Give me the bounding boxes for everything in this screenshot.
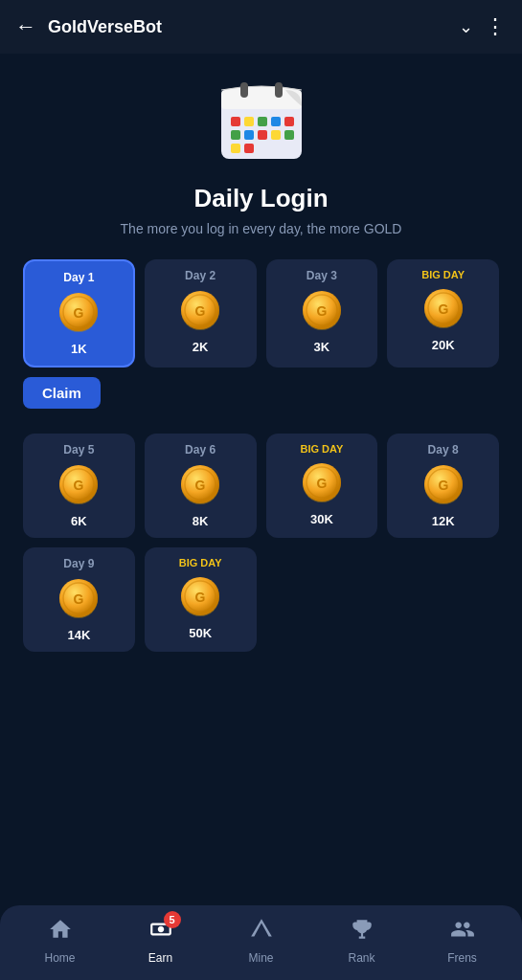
claim-button[interactable]: Claim — [23, 377, 101, 409]
day-card-5[interactable]: Day 5 G 6K — [23, 434, 135, 538]
svg-text:G: G — [74, 305, 84, 321]
nav-label-rank: Rank — [348, 951, 374, 965]
nav-item-home[interactable]: Home — [32, 917, 89, 965]
home-icon — [48, 921, 73, 947]
svg-text:G: G — [195, 303, 206, 319]
day-card-8[interactable]: Day 8 G 12K — [387, 434, 499, 538]
nav-badge-earn: 5 — [164, 911, 181, 928]
chevron-down-icon[interactable]: ⌄ — [459, 16, 473, 37]
bottom-navigation: Home 5 Earn Mine Rank — [0, 905, 522, 980]
nav-item-frens[interactable]: Frens — [434, 917, 491, 965]
days-row-2: Day 5 G 6K Day 6 G — [23, 434, 499, 538]
svg-rect-4 — [231, 117, 240, 126]
svg-rect-2 — [240, 82, 248, 98]
days-row-1: Day 1 G 1K Day 2 G — [23, 259, 499, 368]
svg-text:G: G — [316, 303, 327, 319]
svg-rect-9 — [231, 130, 240, 140]
day-card-9[interactable]: Day 9 G 14K — [23, 547, 135, 652]
svg-rect-5 — [244, 117, 254, 126]
nav-label-earn: Earn — [148, 951, 172, 965]
day-card-3[interactable]: Day 3 G 3K — [266, 259, 378, 368]
nav-label-home: Home — [44, 951, 75, 965]
svg-text:G: G — [195, 478, 206, 493]
page-subtitle: The more you log in every day, the more … — [23, 221, 499, 236]
day-card-6[interactable]: Day 6 G 8K — [145, 434, 257, 538]
svg-rect-10 — [244, 130, 254, 140]
frens-icon-wrap — [450, 917, 475, 947]
home-icon-wrap — [48, 917, 73, 947]
svg-rect-7 — [271, 117, 281, 126]
svg-rect-15 — [244, 144, 254, 153]
mine-icon-wrap — [249, 917, 274, 947]
frens-icon — [450, 921, 475, 947]
svg-rect-13 — [284, 130, 294, 140]
svg-text:G: G — [316, 476, 327, 491]
back-button[interactable]: ← — [15, 14, 36, 39]
mine-icon — [249, 921, 274, 947]
header: ← GoldVerseBot ⌄ ⋮ — [0, 0, 522, 54]
svg-rect-14 — [231, 144, 240, 153]
day-card-7[interactable]: BIG DAY G 30K — [266, 434, 378, 538]
nav-label-frens: Frens — [447, 951, 477, 965]
nav-item-earn[interactable]: 5 Earn — [132, 917, 190, 965]
page-title: Daily Login — [23, 184, 499, 213]
svg-rect-12 — [271, 130, 281, 140]
day-card-1[interactable]: Day 1 G 1K — [23, 259, 135, 368]
calendar-icon — [214, 73, 309, 168]
more-options-icon[interactable]: ⋮ — [485, 14, 507, 39]
day-card-4[interactable]: BIG DAY G 20K — [387, 259, 499, 368]
day-card-2[interactable]: Day 2 G 2K — [145, 259, 257, 368]
svg-text:G: G — [74, 591, 84, 607]
svg-text:G: G — [438, 301, 448, 317]
days-row-3: Day 9 G 14K BIG DAY G — [23, 547, 499, 652]
svg-text:G: G — [74, 478, 84, 493]
svg-rect-8 — [284, 117, 294, 126]
nav-label-mine: Mine — [248, 951, 273, 965]
svg-rect-6 — [258, 117, 267, 126]
earn-icon-wrap: 5 — [148, 917, 173, 947]
main-content: Daily Login The more you log in every da… — [0, 54, 522, 652]
svg-text:G: G — [438, 478, 448, 493]
rank-icon-wrap — [350, 917, 374, 947]
app-title: GoldVerseBot — [48, 17, 447, 37]
svg-rect-3 — [275, 82, 283, 98]
nav-item-mine[interactable]: Mine — [233, 917, 290, 965]
rank-icon — [350, 921, 374, 947]
day-card-10[interactable]: BIG DAY G 50K — [145, 547, 257, 652]
nav-item-rank[interactable]: Rank — [333, 917, 391, 965]
svg-rect-11 — [258, 130, 267, 140]
svg-text:G: G — [195, 590, 206, 605]
